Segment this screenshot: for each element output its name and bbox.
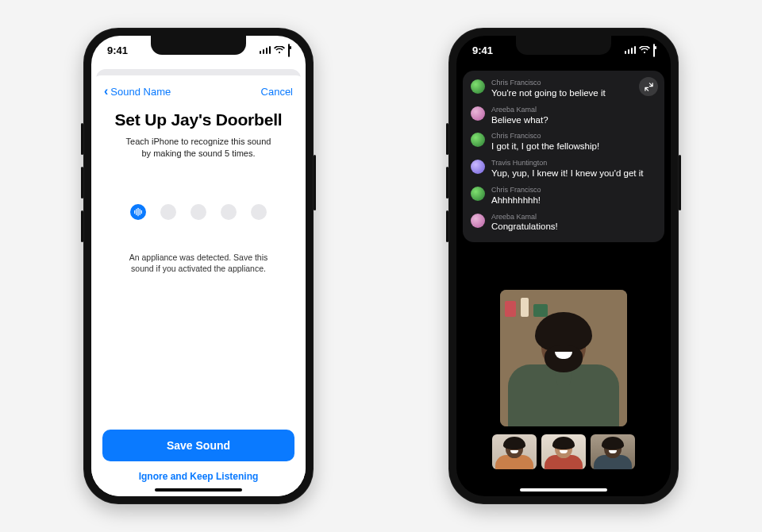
caption-message: Believe what? [491, 114, 548, 126]
back-label: Sound Name [110, 86, 171, 98]
caption-avatar [471, 187, 485, 201]
page-title: Set Up Jay's Doorbell [102, 110, 294, 129]
notch [516, 36, 611, 55]
collapse-icon [645, 83, 653, 91]
caption-message: Congratulations! [491, 221, 558, 233]
caption-text: Chris FranciscoI got it, I got the fello… [491, 132, 599, 152]
caption-row: Areeba KamalBelieve what? [471, 106, 656, 126]
status-indicators [260, 44, 291, 56]
modal-sheet: ‹ Sound Name Cancel Set Up Jay's Doorbel… [91, 75, 306, 496]
back-button[interactable]: ‹ Sound Name [104, 85, 171, 98]
caption-avatar [471, 106, 485, 121]
phone-right: 9:41 Chris FranciscoYou're not going to … [448, 28, 679, 504]
cellular-icon [260, 46, 271, 54]
chevron-left-icon: ‹ [104, 85, 108, 98]
caption-row: Chris FranciscoI got it, I got the fello… [471, 132, 656, 152]
wifi-icon [639, 44, 650, 56]
main-speaker-tile[interactable] [500, 290, 627, 426]
home-indicator[interactable] [520, 488, 607, 492]
caption-text: Travis HuntingtonYup, yup, I knew it! I … [491, 159, 643, 179]
battery-icon [288, 44, 290, 56]
save-sound-button[interactable]: Save Sound [102, 430, 294, 461]
caption-speaker: Chris Francisco [491, 186, 541, 195]
screen-sound-recognition: 9:41 ‹ Sound Name Cancel Set Up Jay [91, 36, 306, 496]
caption-row: Areeba KamalCongratulations! [471, 213, 656, 233]
home-indicator[interactable] [155, 488, 242, 492]
phone-left: 9:41 ‹ Sound Name Cancel Set Up Jay [83, 28, 314, 504]
caption-speaker: Areeba Kamal [491, 213, 558, 222]
caption-speaker: Chris Francisco [491, 79, 606, 87]
battery-icon [653, 44, 655, 56]
recording-progress [102, 204, 294, 220]
caption-message: Yup, yup, I knew it! I knew you'd get it [491, 168, 643, 179]
participant-tile-1[interactable] [492, 434, 537, 469]
participant-tile-3[interactable] [591, 434, 635, 469]
status-indicators [625, 44, 656, 56]
progress-dot-5 [251, 204, 267, 220]
wifi-icon [274, 44, 285, 56]
cancel-button[interactable]: Cancel [261, 86, 293, 98]
caption-avatar [471, 160, 485, 174]
caption-text: Chris FranciscoYou're not going to belie… [491, 79, 606, 99]
caption-message: Ahhhhhhhh! [491, 195, 541, 206]
caption-avatar [471, 214, 485, 228]
caption-avatar [471, 79, 485, 94]
waveform-icon [133, 207, 143, 217]
caption-row: Chris FranciscoAhhhhhhhh! [471, 186, 656, 206]
notch [151, 36, 246, 55]
caption-message: You're not going to believe it [491, 87, 606, 99]
ignore-keep-listening-button[interactable]: Ignore and Keep Listening [102, 471, 294, 482]
progress-dot-4 [221, 204, 237, 220]
nav-bar: ‹ Sound Name Cancel [102, 83, 294, 106]
progress-dot-2 [160, 204, 176, 220]
caption-text: Chris FranciscoAhhhhhhhh! [491, 186, 541, 206]
participant-thumbnails [492, 434, 635, 469]
status-time: 9:41 [472, 44, 493, 56]
status-time: 9:41 [107, 44, 128, 56]
detection-message: An appliance was detected. Save this sou… [121, 252, 275, 275]
cellular-icon [625, 46, 637, 54]
caption-speaker: Areeba Kamal [491, 106, 548, 114]
caption-row: Travis HuntingtonYup, yup, I knew it! I … [471, 159, 656, 179]
speaker-figure [508, 315, 619, 426]
caption-speaker: Travis Huntington [491, 159, 643, 168]
caption-row: Chris FranciscoYou're not going to belie… [471, 79, 656, 99]
progress-dot-1-active [130, 204, 146, 220]
participant-tile-2[interactable] [541, 434, 586, 469]
progress-dot-3 [190, 204, 206, 220]
caption-text: Areeba KamalBelieve what? [491, 106, 548, 126]
caption-message: I got it, I got the fellowship! [491, 141, 599, 152]
caption-text: Areeba KamalCongratulations! [491, 213, 558, 233]
caption-speaker: Chris Francisco [491, 132, 599, 141]
screen-facetime: 9:41 Chris FranciscoYou're not going to … [456, 36, 671, 496]
page-subtitle: Teach iPhone to recognize this sound by … [125, 136, 272, 160]
live-captions-panel: Chris FranciscoYou're not going to belie… [463, 71, 664, 242]
caption-avatar [471, 133, 485, 147]
minimize-captions-button[interactable] [639, 77, 658, 96]
